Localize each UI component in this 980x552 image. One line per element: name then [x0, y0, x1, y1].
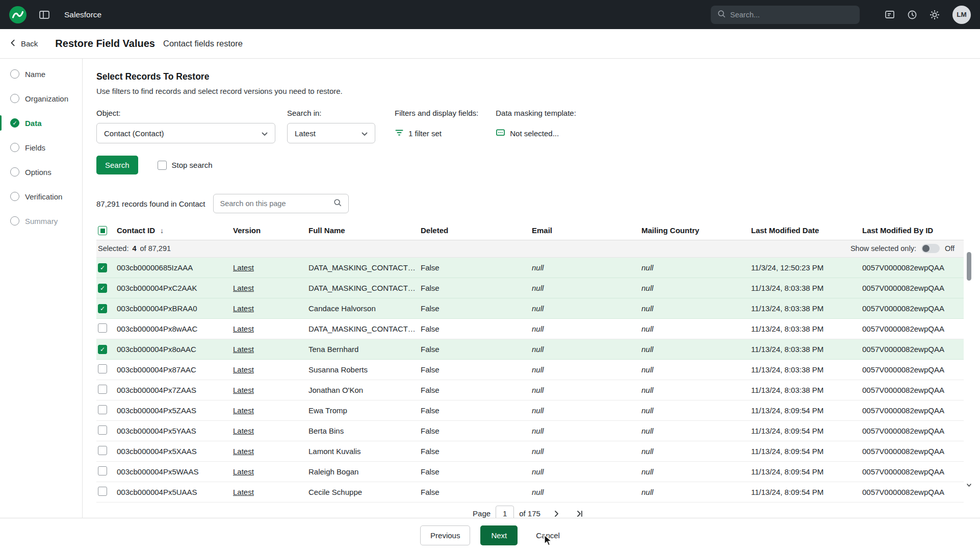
row-checkbox[interactable] [98, 446, 107, 455]
version-link[interactable]: Latest [233, 345, 254, 354]
column-header-deleted[interactable]: Deleted [421, 221, 532, 240]
step-options[interactable]: Options [0, 160, 82, 184]
version-link[interactable]: Latest [233, 447, 254, 456]
cell-mailing-country: null [641, 278, 751, 298]
table-row[interactable]: 003cb000004PxBRAA0 Latest Candace Halvor… [96, 298, 964, 318]
cell-full-name: DATA_MASKING_CONTACT DA... [308, 257, 421, 278]
table-row[interactable]: 003cb000004Px5UAAS Latest Cecile Schuppe… [96, 482, 964, 502]
page-subtitle: Contact fields restore [163, 39, 243, 48]
search-button[interactable]: Search [96, 156, 138, 174]
global-search-input[interactable] [730, 11, 854, 19]
table-row[interactable]: 003cb000004Px5XAAS Latest Lamont Kuvalis… [96, 441, 964, 461]
column-header-mailing-country[interactable]: Mailing Country [641, 221, 751, 240]
stop-search-checkbox[interactable] [158, 161, 167, 170]
version-link[interactable]: Latest [233, 488, 254, 496]
cell-deleted: False [421, 257, 532, 278]
row-checkbox[interactable] [98, 487, 107, 496]
global-search[interactable] [711, 6, 860, 24]
table-row[interactable]: 003cb000004Px5WAAS Latest Raleigh Bogan … [96, 461, 964, 482]
cell-last-modified-date: 11/13/24, 8:03:38 PM [751, 359, 862, 380]
column-header-version[interactable]: Version [233, 221, 308, 240]
cell-contact-id: 003cb000004Px7ZAAS [117, 380, 233, 400]
search-row: Search Stop search [96, 156, 980, 174]
panel-toggle-icon[interactable] [39, 10, 50, 20]
search-in-select[interactable]: Latest [287, 123, 375, 143]
column-header-email[interactable]: Email [532, 221, 641, 240]
page-title: Restore Field Values [55, 38, 155, 49]
records-table: Contact ID↓ Version Full Name Deleted Em… [96, 221, 964, 503]
next-button[interactable]: Next [480, 525, 518, 545]
table-row[interactable]: 003cb000004Px8oAAC Latest Tena Bernhard … [96, 339, 964, 359]
step-data[interactable]: Data [0, 111, 82, 135]
version-link[interactable]: Latest [233, 263, 254, 272]
version-link[interactable]: Latest [233, 324, 254, 333]
row-checkbox[interactable] [98, 385, 107, 394]
table-row[interactable]: 003cb000004Px7ZAAS Latest Jonathan O'Kon… [96, 380, 964, 400]
feedback-icon[interactable] [884, 9, 895, 20]
cell-deleted: False [421, 420, 532, 441]
cell-deleted: False [421, 400, 532, 420]
cell-full-name: Raleigh Bogan [308, 461, 421, 482]
scrollbar-thumb[interactable] [967, 252, 971, 281]
scrollbar-down-arrow[interactable] [966, 481, 972, 490]
show-selected-toggle[interactable] [921, 244, 940, 253]
history-icon[interactable] [907, 9, 918, 20]
row-checkbox[interactable] [98, 466, 107, 475]
version-link[interactable]: Latest [233, 304, 254, 313]
filter-set-link[interactable]: 1 filter set [395, 123, 478, 143]
version-link[interactable]: Latest [233, 284, 254, 292]
select-all-checkbox[interactable] [98, 226, 107, 235]
page-search[interactable] [213, 194, 349, 213]
column-header-full-name[interactable]: Full Name [308, 221, 421, 240]
masking-template-link[interactable]: Not selected... [496, 123, 576, 143]
user-avatar[interactable]: LM [952, 6, 971, 24]
table-scrollbar[interactable] [966, 251, 972, 490]
version-link[interactable]: Latest [233, 467, 254, 476]
version-link[interactable]: Latest [233, 406, 254, 415]
stop-search-option[interactable]: Stop search [158, 161, 213, 170]
table-row[interactable]: 003cb000004Px5YAAS Latest Berta Bins Fal… [96, 420, 964, 441]
table-row[interactable]: 003cb000004Px87AAC Latest Susanna Robert… [96, 359, 964, 380]
page-search-input[interactable] [220, 199, 333, 208]
object-select[interactable]: Contact (Contact) [96, 123, 275, 143]
table-row[interactable]: 003cb00000685IzAAA Latest DATA_MASKING_C… [96, 257, 964, 278]
cell-last-modified-date: 11/13/24, 8:09:54 PM [751, 441, 862, 461]
page-header: Back Restore Field Values Contact fields… [0, 29, 980, 59]
column-header-contact-id[interactable]: Contact ID↓ [117, 221, 233, 240]
section-title: Select Records To Restore [96, 71, 980, 82]
column-header-last-modified-by[interactable]: Last Modified By ID [862, 221, 964, 240]
row-checkbox[interactable] [98, 345, 107, 354]
cell-last-modified-by: 0057V0000082ewpQAA [862, 318, 964, 339]
step-summary[interactable]: Summary [0, 209, 82, 233]
results-row: 87,291 records found in Contact [96, 194, 980, 213]
cell-last-modified-by: 0057V0000082ewpQAA [862, 359, 964, 380]
step-verification[interactable]: Verification [0, 184, 82, 209]
back-button[interactable]: Back [9, 39, 38, 48]
row-checkbox[interactable] [98, 304, 107, 313]
results-summary: 87,291 records found in Contact [96, 199, 205, 208]
chevron-down-icon [362, 129, 368, 138]
step-name[interactable]: Name [0, 62, 82, 86]
row-checkbox[interactable] [98, 323, 107, 333]
row-checkbox[interactable] [98, 405, 107, 414]
row-checkbox[interactable] [98, 364, 107, 373]
cell-last-modified-by: 0057V0000082ewpQAA [862, 461, 964, 482]
table-row[interactable]: 003cb000004Px5ZAAS Latest Ewa Tromp Fals… [96, 400, 964, 420]
selected-count: 4 [132, 244, 136, 253]
version-link[interactable]: Latest [233, 386, 254, 394]
row-checkbox[interactable] [98, 425, 107, 435]
step-organization[interactable]: Organization [0, 86, 82, 111]
version-link[interactable]: Latest [233, 365, 254, 374]
table-row[interactable]: 003cb000004Px8wAAC Latest DATA_MASKING_C… [96, 318, 964, 339]
cell-contact-id: 003cb000004Px5XAAS [117, 441, 233, 461]
cancel-button[interactable]: Cancel [536, 531, 560, 540]
table-row[interactable]: 003cb000004PxC2AAK Latest DATA_MASKING_C… [96, 278, 964, 298]
cell-last-modified-by: 0057V0000082ewpQAA [862, 380, 964, 400]
column-header-last-modified-date[interactable]: Last Modified Date [751, 221, 862, 240]
row-checkbox[interactable] [98, 263, 107, 272]
version-link[interactable]: Latest [233, 426, 254, 435]
gear-icon[interactable] [929, 9, 940, 20]
previous-button[interactable]: Previous [420, 525, 470, 545]
row-checkbox[interactable] [98, 284, 107, 293]
step-fields[interactable]: Fields [0, 135, 82, 160]
